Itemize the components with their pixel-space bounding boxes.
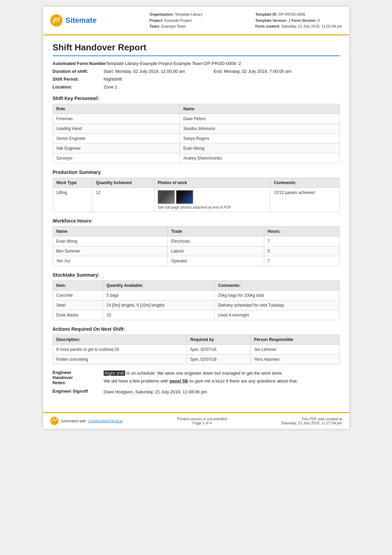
logo-area: Sitemate (50, 14, 97, 27)
table-cell: Footer concreting (53, 354, 187, 364)
table-cell: 20kg bags for 100kg total (215, 290, 339, 300)
engineer-notes-value: Night shift is on schedule. We were one … (104, 370, 340, 385)
workforce-section-title: Workforce Hours: (53, 218, 340, 224)
workforce-table: Name Trade Hours: Evan WongElectrician7B… (53, 226, 340, 266)
footer: Generated with ConstructionCloud.io Prin… (43, 412, 349, 429)
personnel-col-name: Name (180, 104, 339, 114)
team-label: Team: (150, 24, 160, 28)
table-cell: Andrey Shevchcenko (180, 153, 339, 163)
duration-value: Start: Monday, 02 July 2018, 12:00:00 am… (104, 69, 340, 74)
duration-end: End: Monday, 02 July 2018, 7:00:00 am (214, 69, 292, 74)
table-row: Dusk Masks15Used 4 overnight (53, 310, 339, 320)
table-cell: Senior Engineer (53, 133, 180, 143)
engineer-note-line1: Night shift is on schedule. We were one … (104, 370, 340, 377)
table-cell: Evan Wong (53, 236, 168, 246)
table-cell: 7 (264, 236, 339, 246)
table-row: Evan WongElectrician7 (53, 236, 339, 246)
production-table: Work Type Quantity Achieved Photos of wo… (53, 178, 340, 212)
table-cell: Dave Peters (180, 114, 339, 124)
svg-point-1 (50, 417, 58, 425)
table-cell: Operator (168, 256, 264, 266)
table-row: Senior EngineerSanya Rogers (53, 133, 339, 143)
photo-thumbnails (158, 190, 267, 204)
footer-link[interactable]: ConstructionCloud.io (88, 419, 123, 423)
note2-suffix: so give me a buzz if there are any quest… (188, 378, 298, 383)
table-cell: Sanya Rogers (180, 133, 339, 143)
table-cell: 5pm, 02/07/18 (187, 354, 250, 364)
shift-period-value: Nightshift (104, 77, 340, 82)
photo-caption: See full page photos attached at end of … (158, 205, 267, 209)
table-cell: Labour (168, 246, 264, 256)
svg-point-0 (50, 14, 63, 27)
engineer-signoff-label: Engineer Signoff (53, 389, 104, 394)
location-label: Location: (53, 84, 104, 89)
table-row: SurveyorAndrey Shevchcenko (53, 153, 339, 163)
duration-label: Duration of shift: (53, 69, 104, 74)
table-row: Leading HandSandra Johnsons (53, 124, 339, 133)
table-cell: Evan Wong (180, 143, 339, 153)
shift-period-label: Shift Period: (53, 77, 104, 82)
logo-text: Sitemate (66, 16, 97, 25)
actions-section-title: Actions Required On Next Shift: (53, 326, 340, 332)
stocktake-section-title: Stocktake Summary: (53, 272, 340, 278)
table-row: Steel24 [5m] lengths, 6 [10m] lengthsDel… (53, 300, 339, 310)
duration-start: Start: Monday, 02 July 2018, 12:00:00 am (104, 69, 185, 74)
footer-center: Printed version is uncontrolled Page 1 o… (177, 417, 227, 425)
prod-col-photos: Photos of work (154, 178, 270, 187)
footer-pdf-label: This PDF was created at (282, 417, 342, 421)
engineer-notes-section: EngineerHandoverNotes: Night shift is on… (53, 370, 340, 395)
prod-worktype: Lifting (53, 187, 92, 212)
table-cell: Ben Summer (53, 246, 168, 256)
stock-col-comments: Comments: (215, 280, 339, 290)
table-cell: Jen Lehman (251, 344, 339, 354)
form-number-row: Automated Form Number Template Library-E… (53, 61, 340, 66)
duration-row: Duration of shift: Start: Monday, 02 Jul… (53, 69, 340, 74)
table-row: 8 more panels to get to outlined 205pm, … (53, 344, 339, 354)
org-label: Organisation: (150, 12, 174, 16)
content: Shift Handover Report Automated Form Num… (43, 35, 349, 406)
project-label: Project: (150, 18, 164, 22)
report-title: Shift Handover Report (53, 42, 340, 56)
prod-quantity: 12 (92, 187, 154, 212)
personnel-col-role: Role (53, 104, 180, 114)
form-number-value: Template Library-Example Project-Example… (106, 61, 339, 66)
header-meta-right: Template ID: DP-PROD-0006 Template Versi… (255, 12, 342, 30)
table-row: Site EngineerEvan Wong (53, 143, 339, 153)
workforce-col-hours: Hours: (264, 226, 339, 236)
footer-logo-icon (50, 417, 59, 425)
project-value: Example Project (165, 18, 192, 22)
production-section-title: Production Summary (53, 169, 340, 175)
actions-col-person: Person Responsible (251, 334, 339, 344)
table-cell: 5 (264, 246, 339, 256)
sitemate-logo-icon (50, 14, 63, 27)
table-row: Lifting 12 See full page photos attached… (53, 187, 339, 212)
form-version-value: 4 (318, 18, 320, 22)
personnel-section-title: Shift Key Personnel: (53, 96, 340, 101)
night-shift-highlight: Night shift (104, 371, 125, 376)
stocktake-table: Item: Quantity Available: Comments: Conc… (53, 280, 340, 320)
table-row: Ben SummerLabour5 (53, 246, 339, 256)
photo-thumb-2 (176, 190, 193, 204)
actions-table: Description: Required by Person Responsi… (53, 334, 340, 364)
footer-pdf-date: Saturday, 21 July 2018, 11:27:04 pm (282, 421, 342, 425)
table-cell: 15 (103, 310, 215, 320)
table-cell: 5 bags (103, 290, 215, 300)
form-created-value: Saturday, 21 July 2018, 11:02:08 pm (282, 24, 342, 28)
table-cell: Leading Hand (53, 124, 180, 133)
table-cell: Yens Hanmen (251, 354, 339, 364)
template-id-label: Template ID: (255, 12, 277, 16)
note1-rest: is on schedule. We were one engineer dow… (126, 371, 283, 376)
table-cell: Site Engineer (53, 143, 180, 153)
stock-col-quantity: Quantity Available: (103, 280, 215, 290)
table-row: Yen XuiOperator7 (53, 256, 339, 266)
prod-col-quantity: Quantity Achieved (92, 178, 154, 187)
form-created-label: Form created: (255, 24, 280, 28)
prod-comments: 12/12 panels achieved (270, 187, 339, 212)
table-cell: Delivery scheduled for next Tuesday (215, 300, 339, 310)
footer-uncontrolled: Printed version is uncontrolled (177, 417, 227, 421)
prod-col-worktype: Work Type (53, 178, 92, 187)
note2-bold: panel 5B (170, 378, 188, 383)
table-cell: Dusk Masks (53, 310, 103, 320)
table-cell: Electrician (168, 236, 264, 246)
location-row: Location: Zone 1 (53, 84, 340, 89)
